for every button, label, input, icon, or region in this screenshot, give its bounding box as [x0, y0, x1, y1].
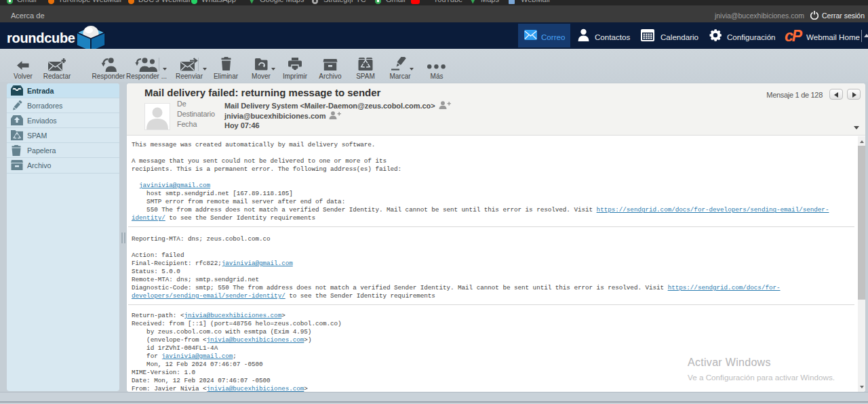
svg-text:roundcube: roundcube: [7, 31, 75, 45]
